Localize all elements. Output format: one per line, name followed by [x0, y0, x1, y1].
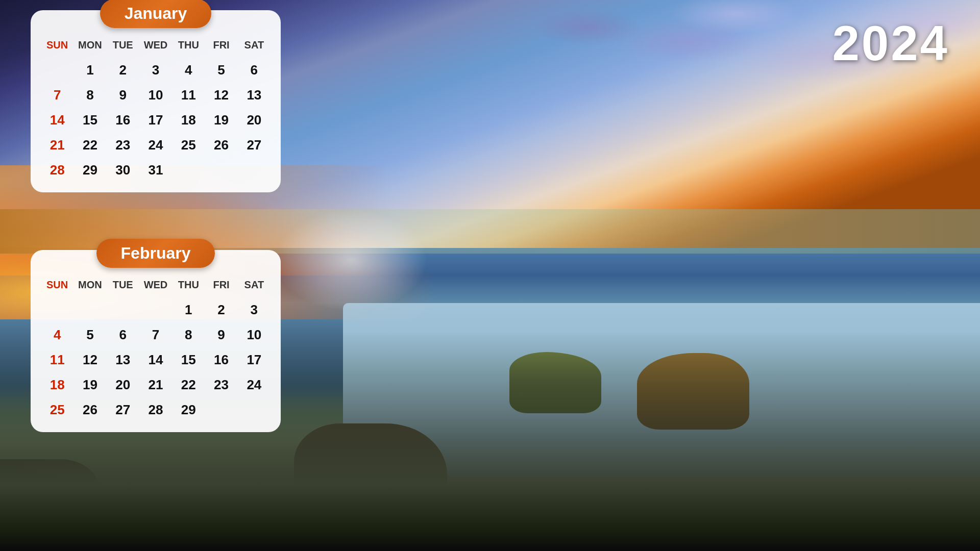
feb-day: 5: [74, 323, 106, 347]
january-badge: January: [100, 0, 212, 28]
jan-day: 16: [107, 108, 139, 132]
feb-day: 22: [172, 373, 205, 397]
feb-day: 18: [41, 373, 74, 397]
jan-day: 26: [205, 133, 237, 157]
jan-day: 4: [172, 58, 205, 82]
jan-day: 24: [139, 133, 172, 157]
feb-day: 15: [172, 348, 205, 372]
feb-day: 9: [205, 323, 237, 347]
feb-day: 19: [74, 373, 106, 397]
feb-day: 27: [107, 398, 139, 422]
jan-day: 28: [41, 158, 74, 182]
february-header: February: [41, 239, 271, 268]
jan-day: 8: [74, 83, 106, 107]
jan-day: 22: [74, 133, 106, 157]
jan-day: 14: [41, 108, 74, 132]
feb-header-tue: TUE: [107, 276, 139, 294]
jan-day: 27: [238, 133, 271, 157]
feb-day: 23: [205, 373, 237, 397]
feb-day: 25: [41, 398, 74, 422]
feb-day: 11: [41, 348, 74, 372]
jan-day: 23: [107, 133, 139, 157]
feb-day: 3: [238, 298, 271, 322]
jan-day: 2: [107, 58, 139, 82]
jan-header-sun: SUN: [41, 36, 74, 54]
feb-day: 4: [41, 323, 74, 347]
feb-day: 8: [172, 323, 205, 347]
jan-day: 6: [238, 58, 271, 82]
year-label: 2024: [832, 15, 949, 71]
jan-day: [205, 158, 237, 182]
jan-day: 1: [74, 58, 106, 82]
feb-day: [205, 398, 237, 422]
jan-day: 25: [172, 133, 205, 157]
feb-day: 21: [139, 373, 172, 397]
jan-day: 30: [107, 158, 139, 182]
january-grid: 1 2 3 4 5 6 7 8 9 10 11 12 13 14 15 16 1…: [41, 58, 271, 182]
jan-header-wed: WED: [139, 36, 172, 54]
jan-day: [41, 58, 74, 82]
feb-day: [74, 298, 106, 322]
february-day-headers: SUN MON TUE WED THU FRI SAT: [41, 276, 271, 294]
feb-day: 24: [238, 373, 271, 397]
jan-day: 17: [139, 108, 172, 132]
january-header: January: [41, 0, 271, 28]
feb-day: 2: [205, 298, 237, 322]
feb-day: [41, 298, 74, 322]
feb-header-sat: SAT: [238, 276, 271, 294]
jan-day: 21: [41, 133, 74, 157]
feb-header-wed: WED: [139, 276, 172, 294]
jan-day: 13: [238, 83, 271, 107]
feb-header-sun: SUN: [41, 276, 74, 294]
january-calendar: January SUN MON TUE WED THU FRI SAT 1 2 …: [31, 10, 281, 192]
feb-day: 6: [107, 323, 139, 347]
feb-header-thu: THU: [172, 276, 205, 294]
feb-day: [107, 298, 139, 322]
jan-day: 9: [107, 83, 139, 107]
jan-day: 3: [139, 58, 172, 82]
january-day-headers: SUN MON TUE WED THU FRI SAT: [41, 36, 271, 54]
feb-day: [139, 298, 172, 322]
jan-day: [238, 158, 271, 182]
jan-day: 20: [238, 108, 271, 132]
feb-day: 13: [107, 348, 139, 372]
jan-header-thu: THU: [172, 36, 205, 54]
jan-header-tue: TUE: [107, 36, 139, 54]
february-grid: 1 2 3 4 5 6 7 8 9 10 11 12 13 14 15 16 1…: [41, 298, 271, 422]
feb-day: 28: [139, 398, 172, 422]
jan-header-mon: MON: [74, 36, 106, 54]
feb-day: 20: [107, 373, 139, 397]
jan-day: 7: [41, 83, 74, 107]
waterfall-mist: [275, 209, 428, 311]
feb-header-fri: FRI: [205, 276, 237, 294]
jan-day: 12: [205, 83, 237, 107]
jan-day: 31: [139, 158, 172, 182]
feb-day: [238, 398, 271, 422]
jan-day: 29: [74, 158, 106, 182]
jan-day: 11: [172, 83, 205, 107]
feb-day: 16: [205, 348, 237, 372]
feb-day: 29: [172, 398, 205, 422]
jan-day: 19: [205, 108, 237, 132]
jan-day: 5: [205, 58, 237, 82]
jan-day: 18: [172, 108, 205, 132]
jan-header-sat: SAT: [238, 36, 271, 54]
jan-day: 10: [139, 83, 172, 107]
february-badge: February: [96, 239, 215, 268]
feb-header-mon: MON: [74, 276, 106, 294]
feb-day: 12: [74, 348, 106, 372]
feb-day: 1: [172, 298, 205, 322]
jan-day: [172, 158, 205, 182]
feb-day: 26: [74, 398, 106, 422]
feb-day: 7: [139, 323, 172, 347]
feb-day: 17: [238, 348, 271, 372]
jan-header-fri: FRI: [205, 36, 237, 54]
jan-day: 15: [74, 108, 106, 132]
february-calendar: February SUN MON TUE WED THU FRI SAT 1 2…: [31, 250, 281, 432]
feb-day: 10: [238, 323, 271, 347]
feb-day: 14: [139, 348, 172, 372]
